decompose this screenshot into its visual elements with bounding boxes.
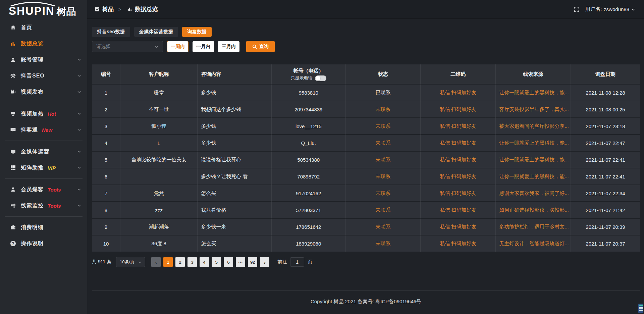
member-icon <box>10 187 16 193</box>
source-link[interactable]: 让你一眼就爱上的黑科技，能... <box>496 152 571 168</box>
cell-date: 2021-11-07 21:42 <box>571 202 640 219</box>
cell-content: 怎么买 <box>198 185 272 202</box>
page-button[interactable]: 4 <box>200 257 209 267</box>
period-button[interactable]: 一月内 <box>193 41 214 52</box>
table-row: 4 L 多少钱 Q_Liu. 未联系 私信 扫码加好友 让你一眼就爱上的黑科技，… <box>92 135 640 152</box>
source-link[interactable]: 无主灯设计，智能磁吸轨道灯... <box>496 235 571 252</box>
sidebar-item-member-burst[interactable]: 会员爆客 Tools <box>0 181 87 198</box>
cell-content: 说说价格让我死心 <box>198 152 272 168</box>
qrcode-link[interactable]: 私信 扫码加好友 <box>421 101 496 118</box>
qrcode-link[interactable]: 私信 扫码加好友 <box>421 152 496 168</box>
chevron-down-icon <box>77 188 81 192</box>
header-qrcode: 二维码 <box>421 64 496 85</box>
cell-id: 9 <box>92 219 120 235</box>
qrcode-link[interactable]: 私信 扫码加好友 <box>421 185 496 202</box>
source-link[interactable]: 多功能护栏灯，适用于乡村文... <box>496 219 571 235</box>
table-row: 1 暖章 多少钱 9583810 已联系 私信 扫码加好友 让你一眼就爱上的黑科… <box>92 85 640 101</box>
cell-id: 10 <box>92 235 120 252</box>
video-heat-icon <box>10 111 16 117</box>
source-link[interactable]: 让你一眼就爱上的黑科技，能... <box>496 168 571 185</box>
cell-date: 2021-11-07 20:37 <box>571 235 640 252</box>
sidebar-item-doukestong[interactable]: 抖客通 New <box>0 122 87 138</box>
source-link[interactable]: 让你一眼就爱上的黑科技，能... <box>496 135 571 152</box>
source-link[interactable]: 如何正确选择投影仪，买投影... <box>496 202 571 219</box>
user-menu[interactable]: 用户名: zswodun88 <box>585 6 635 12</box>
filter-select[interactable]: 请选择 <box>92 41 163 52</box>
breadcrumb-home[interactable]: 树品 <box>102 5 114 13</box>
chevron-down-icon <box>77 58 81 62</box>
sidebar-item-omnimedia-operation[interactable]: 全媒体运营 <box>0 144 87 160</box>
source-link[interactable]: 被大家追着问的客厅投影分享... <box>496 118 571 135</box>
cell-account: Q_Liu. <box>272 135 346 152</box>
source-link[interactable]: 感谢大家喜欢我家，被问了好... <box>496 185 571 202</box>
cell-id: 6 <box>92 168 120 185</box>
table-row: 3 狐小狸 多少钱 love__1215 未联系 私信 扫码加好友 被大家追着问… <box>92 118 640 135</box>
goto-page: 前往 页 <box>277 257 312 267</box>
page-button[interactable]: 92 <box>248 257 257 267</box>
breadcrumb-brand-icon <box>95 7 100 12</box>
cell-account: 917024162 <box>272 185 346 202</box>
next-page-button[interactable]: › <box>260 257 269 267</box>
qrcode-link[interactable]: 私信 扫码加好友 <box>421 118 496 135</box>
data-tab[interactable]: 抖音seo数据 <box>92 27 130 37</box>
data-tab[interactable]: 询盘数据 <box>182 27 212 37</box>
goto-label: 前往 <box>277 259 287 265</box>
prev-page-button[interactable]: ‹ <box>151 257 161 267</box>
vip-badge: VIP <box>48 165 56 171</box>
sidebar-item-instructions[interactable]: 操作说明 <box>0 235 87 252</box>
corner-widget[interactable] <box>638 304 643 313</box>
chevron-down-icon <box>138 260 142 264</box>
cell-date: 2021-11-07 23:18 <box>571 118 640 135</box>
chevron-down-icon <box>77 74 81 78</box>
sidebar-item-douyin-seo[interactable]: 抖音SEO <box>0 68 87 84</box>
source-link[interactable]: 客厅安装投影半年多了，真实... <box>496 101 571 118</box>
topbar: 树品 > 数据总览 用户名: zswodun88 <box>87 0 644 19</box>
fullscreen-icon[interactable] <box>574 7 579 12</box>
header-account: 帐号（电话） 只显示电话 <box>272 64 346 85</box>
page-button[interactable]: 6 <box>224 257 233 267</box>
page-button[interactable]: 2 <box>175 257 185 267</box>
monitor-icon <box>10 149 16 155</box>
qrcode-link[interactable]: 私信 扫码加好友 <box>421 135 496 152</box>
qrcode-link[interactable]: 私信 扫码加好友 <box>421 219 496 235</box>
data-tab[interactable]: 全媒体运营数据 <box>134 27 178 37</box>
sidebar-item-lead-monitor[interactable]: 线索监控 Tools <box>0 198 87 214</box>
page-button[interactable]: 5 <box>212 257 221 267</box>
query-button[interactable]: 查询 <box>246 41 275 52</box>
page-size-select[interactable]: 10条/页 <box>116 257 145 267</box>
page-buttons: 123456•••92 <box>163 257 260 267</box>
cell-content: 我只看价格 <box>198 202 272 219</box>
sidebar-item-video-heat[interactable]: 视频加热 Hot <box>0 106 87 122</box>
sidebar-item-home[interactable]: 首页 <box>0 19 87 36</box>
cell-account: 9583810 <box>272 85 346 101</box>
period-button[interactable]: 三月内 <box>218 41 239 52</box>
sidebar-item-data-overview[interactable]: 数据总览 <box>0 36 87 52</box>
sidebar-item-account-management[interactable]: 账号管理 <box>0 52 87 68</box>
period-button[interactable]: 一周内 <box>167 41 189 52</box>
grid-icon <box>10 165 16 171</box>
pagination: 共 911 条 10条/页 ‹ 123456•••92 › 前往 页 <box>92 257 640 267</box>
hot-badge: Hot <box>48 111 56 117</box>
sidebar-item-matrix-boost[interactable]: 矩阵助推 VIP <box>0 160 87 176</box>
cell-content: 多少钱 <box>198 135 272 152</box>
source-link[interactable]: 让你一眼就爱上的黑科技，能... <box>496 85 571 101</box>
qrcode-link[interactable]: 私信 扫码加好友 <box>421 235 496 252</box>
filter-row: 请选择 一周内一月内三月内 查询 <box>92 41 640 52</box>
header-nickname: 客户昵称 <box>120 64 198 85</box>
header-source: 线索来源 <box>496 64 571 85</box>
sidebar-item-expense-detail[interactable]: 消费明细 <box>0 219 87 235</box>
page-button[interactable]: 3 <box>187 257 197 267</box>
total-count: 共 911 条 <box>92 259 111 265</box>
table-row: 8 zzz 我只看价格 572803371 未联系 私信 扫码加好友 如何正确选… <box>92 202 640 219</box>
qrcode-link[interactable]: 私信 扫码加好友 <box>421 85 496 101</box>
brand-name-en: SHUPIN <box>9 5 55 17</box>
qrcode-link[interactable]: 私信 扫码加好友 <box>421 168 496 185</box>
page-button[interactable]: 1 <box>163 257 173 267</box>
page-button[interactable]: ••• <box>236 257 245 267</box>
sidebar-item-video-publish[interactable]: 视频发布 <box>0 84 87 100</box>
phone-only-toggle[interactable] <box>315 75 326 81</box>
cell-status: 未联系 <box>346 168 421 185</box>
cell-content: 怎么买 <box>198 235 272 252</box>
goto-page-input[interactable] <box>290 257 304 267</box>
qrcode-link[interactable]: 私信 扫码加好友 <box>421 202 496 219</box>
